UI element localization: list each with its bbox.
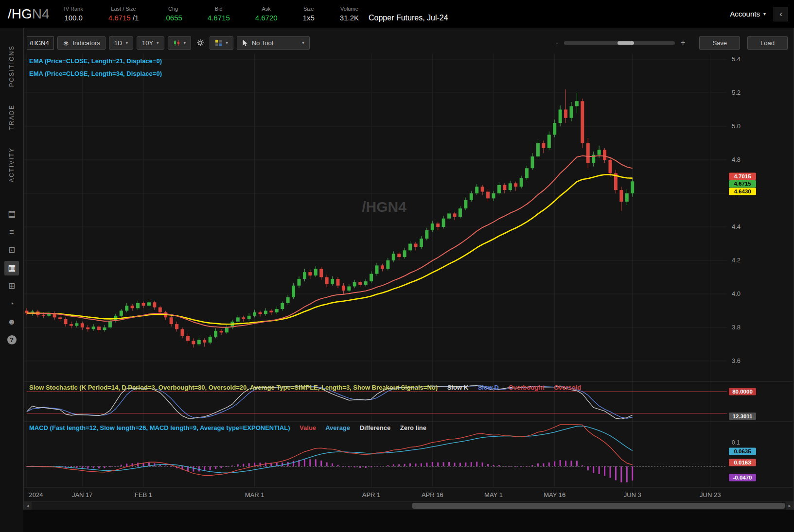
svg-text:/HGN4: /HGN4 — [362, 199, 406, 215]
svg-text:4.7015: 4.7015 — [734, 173, 751, 179]
quote-header: /HGN4 IV Rank 100.0 Last / Size 4.6715 /… — [0, 0, 794, 28]
collapse-panel-icon: ‹ — [779, 9, 782, 19]
range-value: 10Y — [142, 39, 153, 47]
field-label: Ask — [262, 6, 271, 12]
range-dropdown[interactable]: 10Y ▾ — [137, 36, 164, 50]
indicators-label: Indicators — [72, 39, 100, 47]
hscrollbar-thumb[interactable] — [412, 503, 785, 509]
svg-text:12.3011: 12.3011 — [733, 413, 753, 419]
chart-type-icon — [173, 39, 180, 47]
scroll-left-icon: ◄ — [26, 504, 30, 508]
field-value: 4.6715 — [208, 14, 230, 22]
svg-text:FEB 1: FEB 1 — [135, 491, 152, 498]
field-value: 100.0 — [64, 14, 83, 22]
svg-text:3.6: 3.6 — [732, 357, 741, 364]
ema34-legend[interactable]: EMA (Price=CLOSE, Length=34, Displace=0) — [29, 70, 162, 77]
chart-panel: ∗ Indicators 1D ▾ 10Y ▾ — [23, 28, 794, 510]
macd-title: MACD (Fast length=12, Slow length=26, MA… — [29, 424, 290, 431]
chevron-down-icon: ▾ — [302, 40, 304, 45]
ema21-legend[interactable]: EMA (Price=CLOSE, Length=21, Displace=0) — [29, 57, 162, 65]
collapse-panel-button[interactable]: ‹ — [774, 7, 788, 21]
svg-text:5.4: 5.4 — [732, 55, 741, 63]
chart-hscrollbar[interactable]: ◄ ► — [24, 501, 794, 510]
field-value: 31.2K — [340, 14, 359, 22]
macd-zeroline-label: Zero line — [400, 424, 426, 431]
svg-text:2024: 2024 — [29, 491, 43, 498]
svg-text:5.0: 5.0 — [732, 122, 741, 130]
field-chg: Chg .0655 — [164, 6, 182, 22]
timeframe-dropdown[interactable]: 1D ▾ — [109, 36, 133, 50]
help-question-glyph: ? — [7, 335, 17, 344]
grid-icon[interactable]: ⊞ — [4, 279, 19, 293]
macd-difference-label: Difference — [360, 424, 391, 431]
zoom-control: - + — [556, 38, 686, 47]
help-icon[interactable]: ? — [4, 333, 19, 347]
tool-label: No Tool — [252, 39, 273, 47]
settings-gear-icon — [196, 39, 204, 47]
svg-text:JUN 3: JUN 3 — [624, 491, 641, 498]
drawing-tool-dropdown[interactable]: No Tool ▾ — [237, 36, 310, 50]
sidebar-icon-rail: ▤ ≡ ⊡ ▦ ⊞ ◔ ☻ ? — [4, 207, 19, 347]
candlestick-chart[interactable]: /HGN42024JAN 17FEB 1MAR 1APR 1APR 16MAY … — [24, 54, 793, 501]
chart-settings-button[interactable] — [194, 36, 206, 50]
svg-text:0.0163: 0.0163 — [734, 460, 751, 465]
field-ask: Ask 4.6720 — [255, 6, 278, 22]
timeframe-value: 1D — [114, 39, 123, 47]
zoom-slider-thumb[interactable] — [618, 41, 634, 45]
field-label: Bid — [215, 6, 223, 12]
sidebar-tab-activity[interactable]: ACTIVITY — [8, 147, 15, 182]
trade-icon[interactable]: ⊡ — [4, 243, 19, 257]
history-clock-icon[interactable]: ◔ — [4, 297, 19, 311]
left-sidebar: POSITIONS TRADE ACTIVITY ▤ ≡ ⊡ ▦ ⊞ ◔ ☻ ? — [0, 28, 23, 532]
charts-icon[interactable]: ▦ — [4, 261, 19, 275]
slow-d-label: Slow D — [478, 384, 499, 391]
macd-value-label: Value — [300, 424, 316, 431]
scroll-right-button[interactable]: ► — [786, 502, 794, 510]
svg-text:4.0: 4.0 — [732, 290, 741, 297]
zoom-out-button[interactable]: - — [556, 38, 558, 47]
field-value: 1x5 — [303, 14, 315, 22]
quotes-icon[interactable]: ▤ — [4, 207, 19, 222]
svg-text:4.4: 4.4 — [732, 223, 741, 230]
save-button[interactable]: Save — [699, 36, 740, 50]
community-icon[interactable]: ☻ — [4, 315, 19, 329]
scroll-right-icon: ► — [788, 504, 792, 508]
studies-icon: ∗ — [63, 38, 69, 48]
sidebar-tab-positions[interactable]: POSITIONS — [8, 45, 15, 87]
load-button[interactable]: Load — [747, 36, 788, 50]
scroll-left-button[interactable]: ◄ — [24, 502, 32, 510]
svg-text:-0.0470: -0.0470 — [733, 475, 752, 481]
svg-text:5.2: 5.2 — [732, 89, 741, 96]
macd-legend[interactable]: MACD (Fast length=12, Slow length=26, MA… — [29, 424, 434, 431]
field-iv-rank: IV Rank 100.0 — [64, 6, 83, 22]
zoom-slider[interactable] — [564, 41, 675, 45]
price-pane-layer — [25, 89, 635, 347]
svg-text:MAY 16: MAY 16 — [544, 491, 565, 498]
grid-layout-dropdown[interactable]: ▾ — [210, 36, 233, 50]
svg-text:4.8: 4.8 — [732, 156, 741, 163]
indicators-button[interactable]: ∗ Indicators — [57, 36, 106, 50]
field-label: Chg — [168, 6, 178, 12]
chart-toolbar: ∗ Indicators 1D ▾ 10Y ▾ — [24, 34, 794, 51]
sidebar-tab-trade[interactable]: TRADE — [8, 104, 15, 130]
field-label: IV Rank — [64, 6, 83, 12]
zoom-in-button[interactable]: + — [681, 38, 685, 47]
chevron-down-icon: ▾ — [125, 40, 128, 45]
axis-layer: 2024JAN 17FEB 1MAR 1APR 1APR 16MAY 1MAY … — [24, 55, 793, 498]
field-value: .0655 — [164, 14, 182, 22]
svg-text:JAN 17: JAN 17 — [72, 491, 93, 498]
watermark-layer: /HGN4 — [362, 199, 406, 215]
symbol-month: N4 — [32, 6, 50, 21]
chart-type-dropdown[interactable]: ▾ — [168, 36, 192, 50]
field-label: Last / Size — [111, 6, 136, 12]
watchlist-icon[interactable]: ≡ — [4, 225, 19, 240]
svg-text:0.0635: 0.0635 — [734, 448, 751, 454]
field-label: Size — [303, 6, 314, 12]
svg-text:0.1: 0.1 — [732, 439, 740, 446]
field-volume: Volume 31.2K — [340, 6, 359, 22]
grid-layout-icon — [215, 39, 222, 47]
symbol-input[interactable] — [27, 36, 54, 50]
stochastic-legend[interactable]: Slow Stochastic (K Period=14, D Period=3… — [29, 384, 589, 391]
accounts-menu[interactable]: Accounts ▾ — [730, 10, 766, 18]
symbol-root: /HG — [8, 6, 32, 21]
